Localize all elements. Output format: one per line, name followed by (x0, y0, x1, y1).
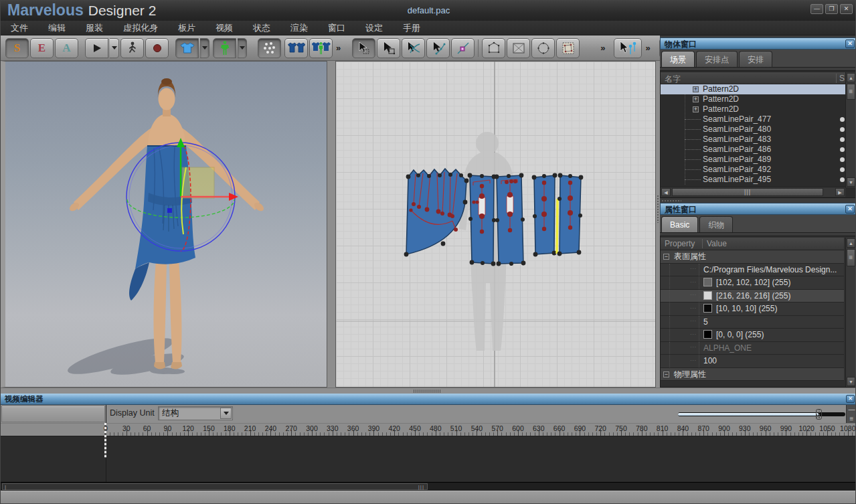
visibility-bullet-icon[interactable] (840, 157, 845, 162)
property-value[interactable]: 5 (703, 316, 843, 329)
menu-item-avatar[interactable]: 虚拟化身 (113, 21, 168, 35)
add-point-tool-button[interactable] (451, 38, 475, 58)
tree-item-seamlinepair-495[interactable]: SeamLinePair_495 (661, 175, 845, 185)
move-pattern-tool-button[interactable] (377, 38, 400, 58)
select-tool-button[interactable] (352, 38, 375, 58)
tab-fabric[interactable]: 织物 (699, 216, 733, 232)
scrollbar-thumb[interactable]: |||| (2, 483, 428, 490)
menu-item-window[interactable]: 窗口 (318, 21, 355, 35)
pattern-tools-overflow[interactable]: » (598, 43, 608, 53)
property-row[interactable]: ...[0, 0, 0] (255) (661, 329, 844, 342)
editor-splitter[interactable] (1, 388, 856, 394)
property-row[interactable]: ...[102, 102, 102] (255) (661, 276, 844, 290)
show-arrangement-points-button[interactable] (258, 38, 281, 58)
timeline-zoom-slider[interactable] (678, 412, 845, 416)
timeline-track-area[interactable] (1, 436, 856, 482)
animation-button[interactable] (120, 38, 144, 58)
tree-item-seamlinepair-489[interactable]: SeamLinePair_489 (661, 155, 845, 165)
property-value[interactable]: [102, 102, 102] (255) (703, 276, 843, 289)
viewport-3d[interactable] (1, 61, 327, 388)
property-row[interactable]: ...100 (661, 355, 844, 368)
pattern-piece-side-left[interactable] (532, 173, 558, 257)
object-window-close-button[interactable]: ✕ (845, 39, 855, 48)
visibility-bullet-icon[interactable] (840, 117, 845, 122)
edit-mode-button[interactable]: E (30, 38, 54, 58)
collapse-icon[interactable]: − (663, 254, 669, 260)
menu-item-state[interactable]: 状态 (243, 21, 280, 35)
property-window-close-button[interactable]: ✕ (845, 205, 855, 214)
tree-item-pattern2d[interactable]: +Pattern2D (661, 94, 845, 104)
collapse-icon[interactable]: − (663, 371, 669, 377)
pattern-piece-back-left[interactable] (468, 173, 497, 266)
tab-basic[interactable]: Basic (661, 216, 698, 232)
property-value[interactable]: 100 (703, 355, 843, 367)
minimize-button[interactable]: — (810, 4, 823, 14)
avatar-mode-button[interactable]: A (55, 38, 78, 58)
scrollbar-thumb[interactable]: ||| (672, 188, 823, 196)
tree-item-seamlinepair-486[interactable]: SeamLinePair_486 (661, 145, 845, 155)
tree-item-seamlinepair-477[interactable]: SeamLinePair_477 (661, 114, 845, 124)
property-value[interactable]: C:/Program Files/Marvelous Design... (703, 264, 843, 276)
menu-item-settings[interactable]: 设定 (355, 21, 393, 35)
show-avatar-dropdown[interactable] (238, 38, 247, 58)
toolbar-overflow-button[interactable]: » (333, 43, 343, 53)
close-button[interactable]: ✕ (840, 4, 853, 14)
internal-polygon-tool-button[interactable] (556, 38, 580, 58)
expand-icon[interactable]: + (693, 106, 699, 112)
timeline-ruler[interactable]: 0306090120150180210240270300330360390420… (1, 423, 856, 436)
simulation-mode-button[interactable]: S (5, 38, 29, 58)
menu-item-garment[interactable]: 服装 (76, 21, 113, 35)
property-row[interactable]: ...C:/Program Files/Marvelous Design... (661, 264, 844, 277)
color-swatch[interactable] (703, 291, 712, 300)
property-row[interactable]: ...ALPHA_ONE (661, 342, 844, 355)
edit-curve-tool-button[interactable] (402, 38, 425, 58)
show-garment-dropdown[interactable] (200, 38, 209, 58)
tree-item-seamlinepair-492[interactable]: SeamLinePair_492 (661, 165, 845, 175)
property-grid-vscrollbar[interactable]: ▲ ≡ ▼ (845, 238, 855, 387)
property-window-titlebar[interactable]: 属性窗口 ✕ (660, 203, 856, 215)
object-list-vscrollbar[interactable]: ▲ ≡ ▼ (845, 72, 855, 187)
value-column-header[interactable]: Value (702, 239, 727, 248)
timeline-playhead[interactable] (104, 423, 106, 458)
video-editor-titlebar[interactable]: 视频编辑器 ✕ (1, 394, 856, 405)
tab-arrangement[interactable]: 安排 (739, 51, 772, 67)
rectangle-tool-button[interactable] (507, 38, 530, 58)
record-button[interactable] (145, 38, 169, 58)
property-value[interactable]: [216, 216, 216] (255) (703, 290, 843, 303)
property-row[interactable]: ...[216, 216, 216] (255) (661, 290, 844, 303)
scroll-down-button[interactable]: ▼ (847, 377, 855, 386)
clone-garment-button[interactable] (284, 38, 308, 58)
color-swatch[interactable] (703, 304, 712, 313)
tab-scene[interactable]: 场景 (661, 51, 695, 67)
dropdown-button[interactable] (220, 408, 232, 419)
object-window-titlebar[interactable]: 物体窗口 ✕ (660, 37, 856, 50)
tab-arrangement-points[interactable]: 安排点 (696, 51, 738, 67)
property-group-row[interactable]: −物理属性 (661, 368, 844, 382)
color-swatch[interactable] (703, 278, 712, 286)
circle-tool-button[interactable] (531, 38, 555, 58)
expand-icon[interactable]: + (693, 96, 699, 102)
display-unit-select[interactable]: 结构 (158, 406, 233, 420)
color-swatch[interactable] (703, 330, 712, 339)
video-editor-close-button[interactable]: ✕ (846, 395, 855, 403)
menu-item-edit[interactable]: 编辑 (38, 21, 76, 35)
scroll-right-button[interactable]: ▶ (835, 188, 845, 196)
show-garment-button[interactable] (175, 38, 199, 58)
play-button[interactable] (85, 38, 108, 58)
tree-item-seamlinepair-480[interactable]: SeamLinePair_480 (661, 124, 845, 135)
show-column-header[interactable]: S (836, 74, 845, 83)
menu-item-manual[interactable]: 手册 (393, 21, 430, 35)
pattern-piece-side-right[interactable] (558, 173, 584, 256)
visibility-bullet-icon[interactable] (840, 137, 845, 142)
viewport-splitter[interactable] (327, 61, 335, 388)
scrollbar-thumb[interactable]: ≡ (847, 84, 855, 100)
property-row[interactable]: ...5 (661, 316, 844, 329)
property-column-header[interactable]: Property (665, 239, 695, 248)
property-value[interactable]: [0, 0, 0] (255) (703, 329, 843, 341)
timeline-hscrollbar[interactable]: |||| (1, 482, 856, 491)
show-avatar-button[interactable] (213, 38, 236, 58)
expand-icon[interactable]: + (693, 86, 699, 92)
edit-seam-tool-button[interactable] (614, 38, 642, 58)
pattern-piece-front-drape[interactable] (404, 169, 469, 256)
menu-item-pattern[interactable]: 板片 (168, 21, 205, 35)
